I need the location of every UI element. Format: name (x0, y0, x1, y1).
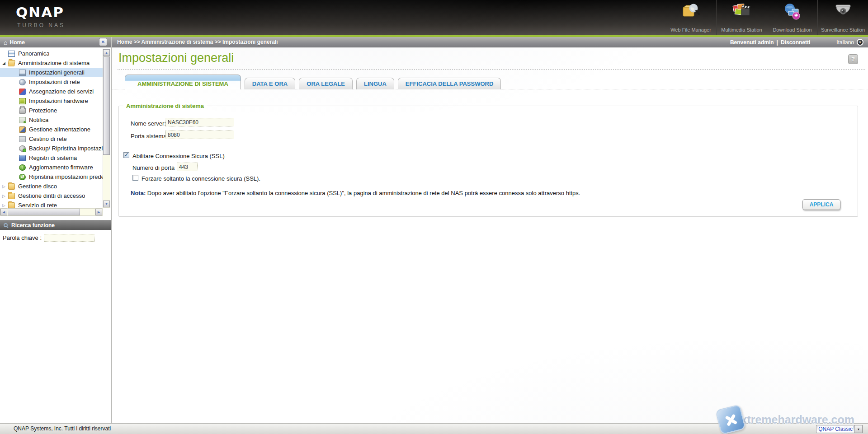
scroll-left-button[interactable]: ◀ (0, 209, 7, 215)
folder-open-icon (8, 60, 15, 66)
expanded-triangle-icon[interactable]: ◢ (2, 61, 8, 65)
web-file-manager-icon (680, 2, 701, 22)
welcome-text: Benvenuti admin (730, 39, 774, 46)
tab-lingua[interactable]: LINGUA (356, 78, 394, 89)
sidebar-header: ⌂ Home « (0, 37, 112, 47)
ssl-enable-checkbox[interactable]: ✓ (123, 152, 129, 158)
horizontal-scroll-thumb[interactable] (8, 209, 80, 215)
station-label: Download Station (767, 27, 817, 33)
ssl-force-checkbox[interactable] (132, 175, 138, 181)
app-header: QNAP TURBO NAS Web File Manager Multimed… (0, 0, 868, 35)
sidebar-item-label: Aggiornamento firmware (29, 164, 93, 171)
sidebar-item-gestione-alimentazione[interactable]: Gestione alimentazione (0, 125, 103, 134)
breadcrumb-bar: ⌂ Home « Home >> Amministrazione di sist… (0, 37, 868, 47)
sidebar-item-impostazioni-di-rete[interactable]: Impostazioni di rete (0, 77, 103, 87)
sidebar-item-panoramica[interactable]: Panoramica (0, 49, 103, 58)
search-icon (4, 223, 8, 227)
theme-select[interactable]: QNAP Classic ▼ (816, 425, 863, 433)
power-icon (19, 126, 26, 133)
sidebar-item-label: Servizio di rete (18, 202, 57, 208)
sidebar-item-gestione-diritti-di-accesso[interactable]: ▷Gestione diritti di accesso (0, 191, 103, 201)
function-search-header: Ricerca funzione (0, 220, 111, 230)
system-administration-panel: Amministrazione di sistema Nome server: … (118, 103, 858, 217)
language-dropdown-icon[interactable]: ▼ (857, 39, 863, 46)
ssl-port-label: Numero di porta (132, 164, 175, 171)
sidebar-item-cestino-di-rete[interactable]: Cestino di rete (0, 134, 103, 144)
ssl-enable-label: Abilitare Connessione Sicura (SSL) (132, 153, 225, 159)
panel-legend: Amministrazione di sistema (123, 103, 207, 109)
note-label: Nota: (131, 190, 146, 196)
station-multimedia[interactable]: Multimedia Station (716, 0, 767, 35)
system-port-input[interactable] (165, 131, 234, 139)
user-area: Benvenuti admin | Disconnetti Italiano ▼ (730, 37, 863, 47)
folder-icon (8, 183, 15, 190)
sidebar-item-label: Notifica (29, 117, 48, 123)
scroll-up-button[interactable]: ▲ (103, 49, 110, 56)
logout-link[interactable]: Disconnetti (781, 39, 810, 46)
sidebar-item-backup-ripristina-impostazioni[interactable]: Backup/ Ripristina impostazioni (0, 144, 103, 153)
theme-select-value[interactable]: QNAP Classic (816, 425, 854, 433)
sidebar-item-label: Protezione (29, 107, 57, 114)
page-title: Impostazioni generali (118, 51, 234, 65)
station-label: Surveillance Station (818, 27, 868, 33)
tab-data-e-ora[interactable]: DATA E ORA (245, 78, 295, 89)
footer: QNAP Systems, Inc. Tutti i diritti riser… (0, 423, 868, 434)
services-icon (19, 89, 26, 95)
restore-icon (19, 174, 26, 180)
title-divider (118, 69, 865, 70)
server-name-label: Nome server: (131, 120, 166, 127)
home-icon: ⌂ (4, 39, 7, 46)
sidebar-item-impostazioni-hardware[interactable]: Impostazioni hardware (0, 96, 103, 106)
sidebar-item-label: Gestione disco (18, 183, 57, 190)
sidebar-item-label: Impostazioni generali (29, 69, 85, 76)
sidebar-item-label: Gestione diritti di accesso (18, 192, 85, 199)
tab-strip: AMMINISTRAZIONE DI SISTEMA DATA E ORA OR… (125, 75, 501, 89)
sidebar-item-impostazioni-generali[interactable]: Impostazioni generali (0, 68, 103, 77)
keyword-input[interactable] (44, 234, 94, 242)
sidebar-title: Home (9, 39, 24, 46)
sidebar-item-label: Registri di sistema (29, 154, 77, 161)
tab-ora-legale[interactable]: ORA LEGALE (299, 78, 353, 89)
sidebar-item-label: Assegnazione dei servizi (29, 88, 94, 95)
note-text: Dopo aver abilitato l'opzione "Forzare s… (147, 190, 580, 196)
station-web-file-manager[interactable]: Web File Manager (665, 0, 716, 35)
collapsed-triangle-icon[interactable]: ▷ (2, 184, 8, 189)
sidebar-item-gestione-disco[interactable]: ▷Gestione disco (0, 182, 103, 191)
system-port-label: Porta sistema: (131, 133, 168, 140)
tab-amministrazione-di-sistema[interactable]: AMMINISTRAZIONE DI SISTEMA (125, 75, 241, 89)
vertical-scroll-thumb[interactable] (103, 56, 110, 155)
sidebar-item-assegnazione-dei-servizi[interactable]: Assegnazione dei servizi (0, 87, 103, 96)
theme-select-dropdown-icon[interactable]: ▼ (854, 425, 862, 433)
sidebar-item-aggiornamento-firmware[interactable]: Aggiornamento firmware (0, 163, 103, 172)
sidebar-collapse-button[interactable]: « (99, 38, 107, 46)
station-download[interactable]: Download Station (767, 0, 817, 35)
scroll-right-button[interactable]: ▶ (95, 209, 102, 215)
overview-icon (8, 51, 15, 57)
ssl-port-input[interactable] (177, 163, 198, 171)
download-station-icon (782, 2, 803, 22)
qnap-logo-subtitle: TURBO NAS (17, 22, 65, 28)
sidebar-item-label: Ripristina impostazioni predefinite (29, 173, 103, 180)
sidebar-item-amministrazione-di-sistema[interactable]: ◢Amministrazione di sistema (0, 58, 103, 68)
help-button[interactable]: ? (848, 54, 858, 64)
tree-vertical-scrollbar[interactable]: ▲ ▼ (103, 49, 110, 208)
apply-button[interactable]: APPLICA (802, 199, 840, 210)
tree-horizontal-scrollbar[interactable]: ◀ ▶ (0, 208, 103, 216)
sidebar-item-registri-di-sistema[interactable]: Registri di sistema (0, 153, 103, 163)
server-name-input[interactable] (165, 118, 234, 126)
station-label: Multimedia Station (717, 27, 767, 33)
sidebar-tree: Panoramica◢Amministrazione di sistemaImp… (0, 49, 103, 208)
note: Nota: Dopo aver abilitato l'opzione "For… (131, 190, 580, 196)
function-search-title: Ricerca funzione (11, 222, 55, 229)
sidebar-item-servizio-di-rete[interactable]: ▷Servizio di rete (0, 201, 103, 208)
sidebar-item-ripristina-impostazioni-predefinite[interactable]: Ripristina impostazioni predefinite (0, 172, 103, 182)
firmware-icon (19, 164, 26, 171)
notification-icon (19, 117, 26, 123)
collapsed-triangle-icon[interactable]: ▷ (2, 203, 8, 208)
tab-efficacia-della-password[interactable]: EFFICACIA DELLA PASSWORD (398, 78, 501, 89)
sidebar-item-protezione[interactable]: Protezione (0, 106, 103, 115)
station-surveillance[interactable]: Surveillance Station (817, 0, 868, 35)
sidebar-item-notifica[interactable]: Notifica (0, 115, 103, 125)
collapsed-triangle-icon[interactable]: ▷ (2, 194, 8, 198)
scroll-down-button[interactable]: ▼ (103, 201, 110, 207)
